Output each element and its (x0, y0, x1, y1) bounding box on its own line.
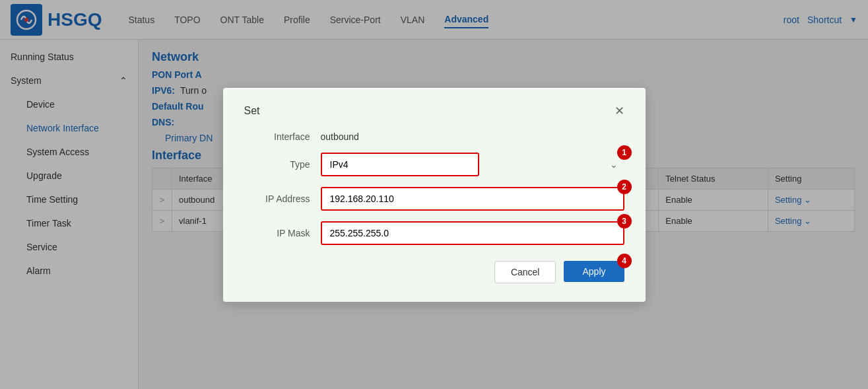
modal-close-button[interactable]: ✕ (615, 104, 624, 118)
cancel-button[interactable]: Cancel (494, 261, 556, 283)
modal-footer: Cancel Apply 4 (244, 261, 624, 283)
modal-ip-input[interactable] (321, 187, 624, 211)
modal-ip-row: IP Address 2 (244, 187, 624, 211)
modal-mask-input[interactable] (321, 221, 624, 245)
modal-title: Set (244, 105, 260, 117)
modal-mask-wrap: 3 (321, 221, 624, 245)
select-arrow-icon: ⌄ (610, 159, 618, 170)
modal-mask-row: IP Mask 3 (244, 221, 624, 245)
modal-type-row: Type IPv4 IPv6 ⌄ 1 (244, 153, 624, 176)
modal-interface-value: outbound (321, 131, 359, 142)
step-badge-3: 3 (617, 214, 632, 229)
modal-ip-label: IP Address (244, 194, 310, 204)
step-badge-1: 1 (617, 145, 632, 160)
step-badge-2: 2 (617, 180, 632, 194)
modal-dialog: ForoISP Set ✕ Interface outbound Type IP… (223, 88, 646, 302)
modal-type-label: Type (244, 159, 310, 170)
modal-ip-wrap: 2 (321, 187, 624, 211)
apply-wrap: Apply 4 (564, 261, 624, 283)
modal-header: Set ✕ (244, 104, 624, 118)
modal-type-wrap: IPv4 IPv6 ⌄ 1 (321, 153, 624, 176)
modal-interface-row: Interface outbound (244, 131, 624, 142)
modal-mask-label: IP Mask (244, 228, 310, 238)
apply-button[interactable]: Apply (564, 261, 624, 282)
modal-overlay: ForoISP Set ✕ Interface outbound Type IP… (0, 0, 868, 389)
modal-interface-label: Interface (244, 131, 310, 142)
step-badge-4: 4 (617, 254, 632, 268)
modal-type-select[interactable]: IPv4 IPv6 (321, 153, 479, 176)
